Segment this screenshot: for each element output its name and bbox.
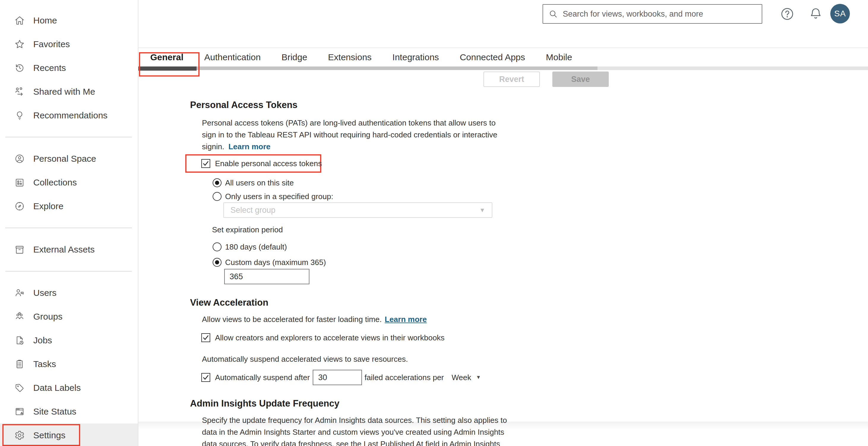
sidebar-item-recommendations[interactable]: Recommendations xyxy=(0,104,138,127)
enable-pat-label: Enable personal access tokens xyxy=(215,159,322,168)
checkmark-icon xyxy=(202,374,209,381)
search-icon xyxy=(549,9,558,19)
chevron-down-icon: ▼ xyxy=(479,207,485,214)
sidebar-item-label: Tasks xyxy=(33,359,56,369)
help-icon[interactable] xyxy=(780,6,795,21)
custom-days-input[interactable] xyxy=(224,269,309,284)
sidebar-item-tasks[interactable]: Tasks xyxy=(0,352,138,376)
home-icon xyxy=(14,15,25,26)
all-users-radio[interactable] xyxy=(213,178,221,187)
header: SA xyxy=(138,0,868,48)
sidebar-item-jobs[interactable]: Jobs xyxy=(0,329,138,352)
search-input[interactable] xyxy=(563,9,756,19)
custom-days-radio[interactable] xyxy=(213,258,221,267)
days-180-radio[interactable] xyxy=(213,242,221,251)
sidebar-item-site-status[interactable]: Site Status xyxy=(0,400,138,423)
sidebar-item-recents[interactable]: Recents xyxy=(0,56,138,80)
active-tab-underline xyxy=(138,66,196,71)
specified-group-label: Only users in a specified group: xyxy=(225,192,333,201)
suspend-checkbox[interactable] xyxy=(202,373,210,382)
tab-underline-track-mid xyxy=(138,66,597,70)
save-button[interactable]: Save xyxy=(552,71,609,87)
radio-row-180-days: 180 days (default) xyxy=(213,241,868,253)
sidebar-item-explore[interactable]: Explore xyxy=(0,194,138,218)
days-180-label: 180 days (default) xyxy=(225,242,287,252)
va-allow-row: Allow creators and explorers to accelera… xyxy=(202,332,868,344)
sidebar: Home Favorites Recents Shared with Me Re… xyxy=(0,0,138,446)
sidebar-item-collections[interactable]: Collections xyxy=(0,171,138,194)
tab-bridge[interactable]: Bridge xyxy=(281,52,307,62)
tab-strip: General Authentication Bridge Extensions… xyxy=(138,48,868,89)
tab-connected-apps[interactable]: Connected Apps xyxy=(460,52,525,62)
people-icon xyxy=(14,311,25,322)
all-users-label: All users on this site xyxy=(225,178,294,187)
tab-integrations[interactable]: Integrations xyxy=(392,52,439,62)
sidebar-divider xyxy=(5,271,132,272)
tab-general[interactable]: General xyxy=(150,52,184,62)
ai-description-line: Specify the update frequency for Admin I… xyxy=(202,414,547,426)
sidebar-item-label: Home xyxy=(33,15,57,26)
tab-extensions[interactable]: Extensions xyxy=(328,52,372,62)
notifications-bell-icon[interactable] xyxy=(808,6,823,21)
sidebar-item-label: External Assets xyxy=(33,244,95,254)
suspend-period-value: Week xyxy=(452,373,471,382)
sidebar-item-label: Explore xyxy=(33,201,64,211)
sidebar-item-favorites[interactable]: Favorites xyxy=(0,32,138,56)
lightbulb-icon xyxy=(14,110,25,121)
archive-box-icon xyxy=(14,244,25,255)
pat-learn-more-link[interactable]: Learn more xyxy=(228,142,271,151)
sidebar-item-external-assets[interactable]: External Assets xyxy=(0,238,138,262)
radio-row-specified-group: Only users in a specified group: xyxy=(213,191,868,202)
section-title-admin-insights: Admin Insights Update Frequency xyxy=(190,398,868,410)
enable-pat-checkbox[interactable] xyxy=(202,159,210,168)
suspend-period-select[interactable]: Week ▼ xyxy=(452,373,481,382)
sidebar-item-label: Data Labels xyxy=(33,383,81,393)
sidebar-item-label: Shared with Me xyxy=(33,87,95,97)
va-learn-more-link[interactable]: Learn more xyxy=(385,315,427,324)
sidebar-item-groups[interactable]: Groups xyxy=(0,305,138,329)
suspend-suffix-label: failed accelerations per xyxy=(364,373,444,382)
sidebar-item-label: Users xyxy=(33,288,56,298)
sidebar-item-label: Groups xyxy=(33,312,62,322)
suspend-prefix-label: Automatically suspend after xyxy=(215,373,310,382)
tab-authentication[interactable]: Authentication xyxy=(204,52,261,62)
admin-insights-description: Specify the update frequency for Admin I… xyxy=(202,414,547,446)
sidebar-item-shared-with-me[interactable]: Shared with Me xyxy=(0,80,138,104)
sidebar-item-data-labels[interactable]: Data Labels xyxy=(0,376,138,400)
suspend-count-input[interactable] xyxy=(313,370,362,385)
sidebar-item-users[interactable]: Users xyxy=(0,281,138,305)
sidebar-item-label: Recents xyxy=(33,63,66,73)
revert-button[interactable]: Revert xyxy=(484,71,540,87)
group-select[interactable]: Select group ▼ xyxy=(223,202,492,218)
section-title-personal-access-tokens: Personal Access Tokens xyxy=(190,99,868,111)
avatar[interactable]: SA xyxy=(830,4,850,24)
pat-description: Personal access tokens (PATs) are long-l… xyxy=(202,117,547,152)
sidebar-item-personal-space[interactable]: Personal Space xyxy=(0,147,138,171)
sidebar-item-label: Collections xyxy=(33,177,77,187)
pat-description-line: sign in to the Tableau REST API without … xyxy=(202,129,547,141)
tag-icon xyxy=(14,382,25,393)
sidebar-divider xyxy=(5,137,132,137)
specified-group-radio[interactable] xyxy=(213,192,221,201)
collections-icon xyxy=(14,177,25,188)
va-description: Allow views to be accelerated for faster… xyxy=(202,313,547,325)
sidebar-item-home[interactable]: Home xyxy=(0,9,138,32)
tableau-settings-page: Home Favorites Recents Shared with Me Re… xyxy=(0,0,868,446)
sidebar-item-settings[interactable]: Settings xyxy=(0,423,138,446)
sidebar-item-label: Favorites xyxy=(33,39,70,49)
user-icon xyxy=(14,287,25,298)
search-box xyxy=(542,4,762,24)
pat-description-line: signin.Learn more xyxy=(202,141,547,152)
site-status-icon xyxy=(14,406,25,417)
sidebar-item-label: Personal Space xyxy=(33,154,96,164)
tab-mobile[interactable]: Mobile xyxy=(546,52,572,62)
va-allow-label: Allow creators and explorers to accelera… xyxy=(215,333,444,342)
clipboard-icon xyxy=(14,359,25,370)
checkmark-icon xyxy=(202,334,209,341)
document-clock-icon xyxy=(14,335,25,346)
sidebar-divider xyxy=(5,228,132,228)
custom-days-label: Custom days (maximum 365) xyxy=(225,258,326,267)
group-select-placeholder: Select group xyxy=(230,206,276,215)
chevron-down-icon: ▼ xyxy=(476,375,481,380)
va-allow-checkbox[interactable] xyxy=(202,333,210,342)
